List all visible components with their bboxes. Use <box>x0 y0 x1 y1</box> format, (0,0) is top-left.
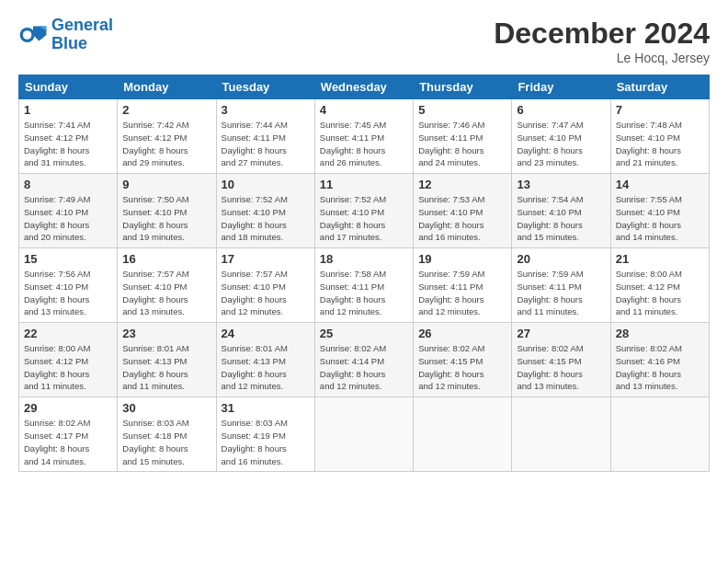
day-number: 29 <box>24 401 112 415</box>
day-info: Sunrise: 7:48 AM Sunset: 4:10 PM Dayligh… <box>616 119 704 169</box>
weekday-header: Thursday <box>414 75 512 99</box>
calendar-cell: 24Sunrise: 8:01 AM Sunset: 4:13 PM Dayli… <box>216 323 314 397</box>
day-info: Sunrise: 7:52 AM Sunset: 4:10 PM Dayligh… <box>222 193 310 244</box>
calendar-cell: 9Sunrise: 7:50 AM Sunset: 4:10 PM Daylig… <box>118 174 216 248</box>
day-info: Sunrise: 8:00 AM Sunset: 4:12 PM Dayligh… <box>24 342 112 393</box>
calendar-cell: 26Sunrise: 8:02 AM Sunset: 4:15 PM Dayli… <box>414 323 512 397</box>
weekday-header: Friday <box>512 75 610 99</box>
calendar-cell: 14Sunrise: 7:55 AM Sunset: 4:10 PM Dayli… <box>610 174 709 248</box>
day-number: 27 <box>517 327 605 340</box>
day-info: Sunrise: 7:47 AM Sunset: 4:10 PM Dayligh… <box>517 119 605 169</box>
calendar-cell: 18Sunrise: 7:58 AM Sunset: 4:11 PM Dayli… <box>314 248 413 323</box>
day-info: Sunrise: 8:00 AM Sunset: 4:12 PM Dayligh… <box>616 268 704 318</box>
day-info: Sunrise: 7:45 AM Sunset: 4:11 PM Dayligh… <box>320 119 408 169</box>
day-number: 9 <box>122 178 210 191</box>
calendar-cell <box>414 397 512 472</box>
day-number: 15 <box>24 252 112 266</box>
day-info: Sunrise: 7:57 AM Sunset: 4:10 PM Dayligh… <box>222 268 310 318</box>
day-number: 7 <box>616 103 704 117</box>
day-info: Sunrise: 7:57 AM Sunset: 4:10 PM Dayligh… <box>122 268 210 318</box>
calendar-cell: 20Sunrise: 7:59 AM Sunset: 4:11 PM Dayli… <box>512 248 610 323</box>
day-info: Sunrise: 7:54 AM Sunset: 4:10 PM Dayligh… <box>517 193 605 244</box>
day-number: 30 <box>122 401 210 415</box>
page: General Blue December 2024 Le Hocq, Jers… <box>0 0 728 563</box>
day-number: 10 <box>222 178 310 191</box>
day-info: Sunrise: 8:03 AM Sunset: 4:18 PM Dayligh… <box>122 417 210 467</box>
calendar-week-row: 1Sunrise: 7:41 AM Sunset: 4:12 PM Daylig… <box>19 99 710 174</box>
logo-line1: General <box>51 16 113 34</box>
day-number: 25 <box>320 327 408 340</box>
day-info: Sunrise: 7:46 AM Sunset: 4:11 PM Dayligh… <box>418 119 506 169</box>
calendar-cell: 23Sunrise: 8:01 AM Sunset: 4:13 PM Dayli… <box>118 323 216 397</box>
day-number: 31 <box>222 401 310 415</box>
logo-icon <box>18 20 48 50</box>
calendar-body: 1Sunrise: 7:41 AM Sunset: 4:12 PM Daylig… <box>19 99 710 472</box>
calendar-cell: 13Sunrise: 7:54 AM Sunset: 4:10 PM Dayli… <box>512 174 610 248</box>
day-info: Sunrise: 7:55 AM Sunset: 4:10 PM Dayligh… <box>616 193 704 244</box>
calendar-week-row: 29Sunrise: 8:02 AM Sunset: 4:17 PM Dayli… <box>19 397 710 472</box>
day-info: Sunrise: 8:02 AM Sunset: 4:15 PM Dayligh… <box>418 342 506 393</box>
calendar-cell: 25Sunrise: 8:02 AM Sunset: 4:14 PM Dayli… <box>314 323 413 397</box>
day-info: Sunrise: 8:02 AM Sunset: 4:14 PM Dayligh… <box>320 342 408 393</box>
title-block: December 2024 Le Hocq, Jersey <box>494 17 710 65</box>
calendar-cell: 8Sunrise: 7:49 AM Sunset: 4:10 PM Daylig… <box>19 174 118 248</box>
day-number: 22 <box>24 327 112 340</box>
day-number: 3 <box>222 103 310 117</box>
day-number: 1 <box>24 103 112 117</box>
weekday-header: Tuesday <box>216 75 314 99</box>
day-info: Sunrise: 7:42 AM Sunset: 4:12 PM Dayligh… <box>122 119 210 169</box>
day-number: 8 <box>24 178 112 191</box>
calendar-cell: 16Sunrise: 7:57 AM Sunset: 4:10 PM Dayli… <box>118 248 216 323</box>
calendar-cell: 28Sunrise: 8:02 AM Sunset: 4:16 PM Dayli… <box>610 323 709 397</box>
day-info: Sunrise: 7:49 AM Sunset: 4:10 PM Dayligh… <box>24 193 112 244</box>
day-info: Sunrise: 8:03 AM Sunset: 4:19 PM Dayligh… <box>222 417 310 467</box>
calendar-cell: 3Sunrise: 7:44 AM Sunset: 4:11 PM Daylig… <box>216 99 314 174</box>
day-info: Sunrise: 7:52 AM Sunset: 4:10 PM Dayligh… <box>320 193 408 244</box>
calendar-cell <box>314 397 413 472</box>
calendar-cell: 6Sunrise: 7:47 AM Sunset: 4:10 PM Daylig… <box>512 99 610 174</box>
calendar-cell <box>610 397 709 472</box>
day-number: 21 <box>616 252 704 266</box>
calendar-header-row: SundayMondayTuesdayWednesdayThursdayFrid… <box>19 75 710 99</box>
day-info: Sunrise: 8:01 AM Sunset: 4:13 PM Dayligh… <box>122 342 210 393</box>
day-number: 28 <box>616 327 704 340</box>
logo-line2: Blue <box>51 34 87 52</box>
day-number: 18 <box>320 252 408 266</box>
day-number: 14 <box>616 178 704 191</box>
month-title: December 2024 <box>494 17 710 51</box>
day-number: 17 <box>222 252 310 266</box>
calendar-cell: 4Sunrise: 7:45 AM Sunset: 4:11 PM Daylig… <box>314 99 413 174</box>
day-number: 2 <box>122 103 210 117</box>
calendar-week-row: 15Sunrise: 7:56 AM Sunset: 4:10 PM Dayli… <box>19 248 710 323</box>
calendar-cell: 30Sunrise: 8:03 AM Sunset: 4:18 PM Dayli… <box>118 397 216 472</box>
calendar-cell: 31Sunrise: 8:03 AM Sunset: 4:19 PM Dayli… <box>216 397 314 472</box>
calendar-cell: 7Sunrise: 7:48 AM Sunset: 4:10 PM Daylig… <box>610 99 709 174</box>
svg-point-1 <box>23 30 32 40</box>
calendar-table: SundayMondayTuesdayWednesdayThursdayFrid… <box>18 75 710 472</box>
calendar-cell: 15Sunrise: 7:56 AM Sunset: 4:10 PM Dayli… <box>19 248 118 323</box>
calendar-cell: 21Sunrise: 8:00 AM Sunset: 4:12 PM Dayli… <box>610 248 709 323</box>
day-number: 24 <box>222 327 310 340</box>
calendar-cell: 1Sunrise: 7:41 AM Sunset: 4:12 PM Daylig… <box>19 99 118 174</box>
day-info: Sunrise: 8:02 AM Sunset: 4:17 PM Dayligh… <box>24 417 112 467</box>
day-info: Sunrise: 7:41 AM Sunset: 4:12 PM Dayligh… <box>24 119 112 169</box>
day-number: 6 <box>517 103 605 117</box>
header: General Blue December 2024 Le Hocq, Jers… <box>18 17 710 65</box>
calendar-cell: 11Sunrise: 7:52 AM Sunset: 4:10 PM Dayli… <box>314 174 413 248</box>
weekday-header: Monday <box>118 75 216 99</box>
day-number: 20 <box>517 252 605 266</box>
day-info: Sunrise: 7:44 AM Sunset: 4:11 PM Dayligh… <box>222 119 310 169</box>
day-number: 5 <box>418 103 506 117</box>
calendar-cell: 17Sunrise: 7:57 AM Sunset: 4:10 PM Dayli… <box>216 248 314 323</box>
day-info: Sunrise: 7:56 AM Sunset: 4:10 PM Dayligh… <box>24 268 112 318</box>
day-number: 13 <box>517 178 605 191</box>
day-info: Sunrise: 7:53 AM Sunset: 4:10 PM Dayligh… <box>418 193 506 244</box>
location: Le Hocq, Jersey <box>494 51 710 65</box>
day-number: 19 <box>418 252 506 266</box>
weekday-header: Sunday <box>19 75 118 99</box>
day-info: Sunrise: 7:59 AM Sunset: 4:11 PM Dayligh… <box>517 268 605 318</box>
calendar-week-row: 8Sunrise: 7:49 AM Sunset: 4:10 PM Daylig… <box>19 174 710 248</box>
calendar-cell: 22Sunrise: 8:00 AM Sunset: 4:12 PM Dayli… <box>19 323 118 397</box>
calendar-week-row: 22Sunrise: 8:00 AM Sunset: 4:12 PM Dayli… <box>19 323 710 397</box>
day-number: 23 <box>122 327 210 340</box>
